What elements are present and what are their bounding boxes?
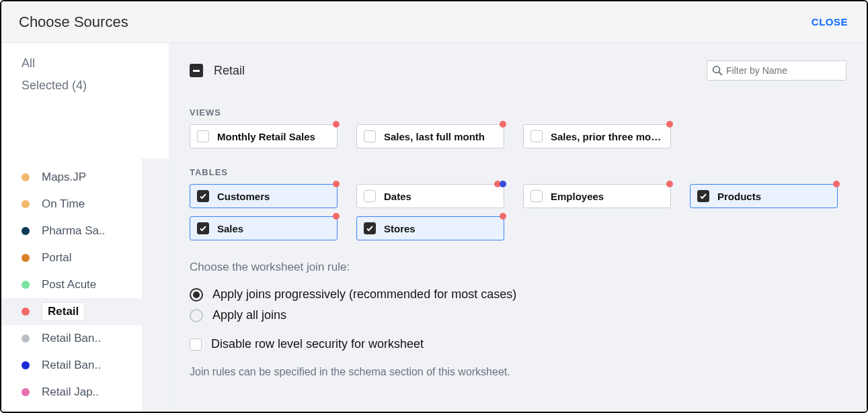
card-label: Employees: [551, 191, 604, 202]
sidebar-filter-all[interactable]: All: [22, 56, 169, 71]
source-color-dot: [22, 173, 30, 181]
tables-row-1: CustomersDatesEmployeesProducts: [190, 184, 846, 208]
sidebar-item-label: On Time: [42, 197, 85, 211]
dialog-header: Choose Sources CLOSE: [1, 1, 867, 43]
disable-rls-label: Disable row level security for worksheet: [211, 337, 424, 351]
sidebar-item-label: Portal: [42, 251, 71, 265]
card-badges: [668, 121, 673, 128]
card-badges: [334, 213, 340, 220]
view-card[interactable]: Monthly Retail Sales: [190, 124, 338, 148]
sidebar-filter-selected[interactable]: Selected (4): [22, 79, 169, 93]
svg-point-0: [713, 66, 720, 73]
table-card[interactable]: Sales: [190, 216, 338, 240]
views-row: Monthly Retail SalesSales, last full mon…: [190, 124, 846, 148]
radio-icon: [190, 288, 203, 302]
sidebar-filters: All Selected (4): [1, 43, 169, 101]
svg-line-1: [719, 72, 722, 75]
table-card[interactable]: Dates: [356, 184, 504, 208]
sidebar-item[interactable]: Post Acute: [1, 271, 169, 298]
disable-rls-row[interactable]: Disable row level security for worksheet: [190, 337, 846, 351]
badge-dot: [666, 121, 673, 128]
sidebar-item-label: Maps.JP: [42, 171, 86, 184]
sidebar-item[interactable]: On Time: [1, 191, 169, 218]
source-color-dot: [22, 200, 30, 208]
card-label: Customers: [217, 191, 270, 202]
card-badges: [334, 121, 340, 128]
card-label: Sales, prior three months: [551, 131, 664, 142]
join-section: Choose the worksheet join rule: Apply jo…: [190, 261, 846, 378]
radio-label: Apply all joins: [212, 308, 286, 322]
current-source-name: Retail: [214, 64, 245, 78]
badge-dot: [333, 181, 340, 187]
badge-dot: [500, 181, 506, 187]
join-prompt: Choose the worksheet join rule:: [190, 261, 846, 274]
card-label: Stores: [384, 223, 416, 234]
card-label: Sales, last full month: [384, 131, 485, 142]
filter-box[interactable]: [707, 60, 846, 81]
badge-dot: [333, 121, 340, 128]
sidebar-item[interactable]: Maps.JP: [1, 164, 169, 191]
sidebar-item[interactable]: Retail: [1, 298, 169, 325]
filter-input[interactable]: [726, 65, 844, 76]
table-card[interactable]: Employees: [523, 184, 671, 208]
card-checkbox[interactable]: [364, 190, 376, 202]
sidebar-item-label: Post Acute: [42, 278, 96, 291]
source-color-dot: [22, 254, 30, 262]
badge-dot: [833, 181, 840, 187]
join-option-all[interactable]: Apply all joins: [190, 308, 846, 322]
card-badges: [668, 181, 673, 187]
card-checkbox[interactable]: [197, 190, 209, 202]
sidebar-item-label: Retail Ban..: [42, 332, 101, 345]
card-badges: [501, 213, 506, 220]
dialog-body: All Selected (4) Maps.JPOn TimePharma Sa…: [1, 43, 867, 412]
source-color-dot: [22, 308, 30, 316]
view-card[interactable]: Sales, prior three months: [523, 124, 671, 148]
badge-dot: [500, 213, 506, 220]
table-card[interactable]: Products: [690, 184, 838, 208]
view-card[interactable]: Sales, last full month: [356, 124, 504, 148]
source-color-dot: [22, 227, 30, 235]
dialog-choose-sources: Choose Sources CLOSE All Selected (4) Ma…: [0, 0, 868, 413]
dialog-title: Choose Sources: [19, 13, 128, 31]
join-option-progressive[interactable]: Apply joins progressively (recommended f…: [190, 287, 846, 302]
sidebar: All Selected (4) Maps.JPOn TimePharma Sa…: [1, 43, 169, 412]
sidebar-source-list: Maps.JPOn TimePharma Sa..PortalPost Acut…: [1, 164, 169, 406]
table-card[interactable]: Stores: [356, 216, 504, 240]
sidebar-item[interactable]: Portal: [1, 244, 169, 271]
sidebar-item[interactable]: Retail Ban..: [1, 352, 169, 379]
select-all-checkbox-indeterminate[interactable]: [190, 64, 203, 77]
card-checkbox[interactable]: [197, 130, 209, 142]
sidebar-item-label: Retail Ban..: [42, 359, 101, 372]
sidebar-item-label: Pharma Sa..: [42, 224, 106, 238]
card-label: Products: [717, 191, 761, 202]
badge-dot: [333, 213, 340, 220]
tables-row-2: SalesStores: [190, 216, 846, 240]
sidebar-item[interactable]: Retail Ban..: [1, 325, 169, 352]
radio-icon: [190, 309, 203, 322]
sidebar-item[interactable]: Retail Jap..: [1, 379, 169, 406]
search-icon: [711, 64, 723, 77]
card-badges: [496, 181, 506, 187]
source-color-dot: [22, 388, 30, 396]
sidebar-item[interactable]: Pharma Sa..: [1, 218, 169, 244]
badge-dot: [500, 121, 506, 128]
card-badges: [334, 181, 340, 187]
card-checkbox[interactable]: [697, 190, 709, 202]
join-footnote: Join rules can be specified in the schem…: [190, 366, 846, 378]
card-checkbox[interactable]: [530, 130, 543, 142]
close-button[interactable]: CLOSE: [812, 16, 848, 28]
source-color-dot: [22, 334, 30, 342]
tables-section-label: TABLES: [190, 167, 846, 177]
badge-dot: [666, 181, 673, 187]
card-checkbox[interactable]: [364, 222, 376, 234]
card-badges: [834, 181, 840, 187]
sidebar-item-label: Retail: [42, 302, 85, 321]
card-checkbox[interactable]: [197, 222, 209, 234]
card-label: Monthly Retail Sales: [217, 131, 315, 142]
sidebar-item-label: Retail Jap..: [42, 385, 99, 399]
main-header-left: Retail: [190, 64, 245, 78]
card-checkbox[interactable]: [364, 130, 376, 142]
disable-rls-checkbox[interactable]: [190, 338, 202, 351]
table-card[interactable]: Customers: [190, 184, 338, 208]
card-checkbox[interactable]: [530, 190, 543, 202]
